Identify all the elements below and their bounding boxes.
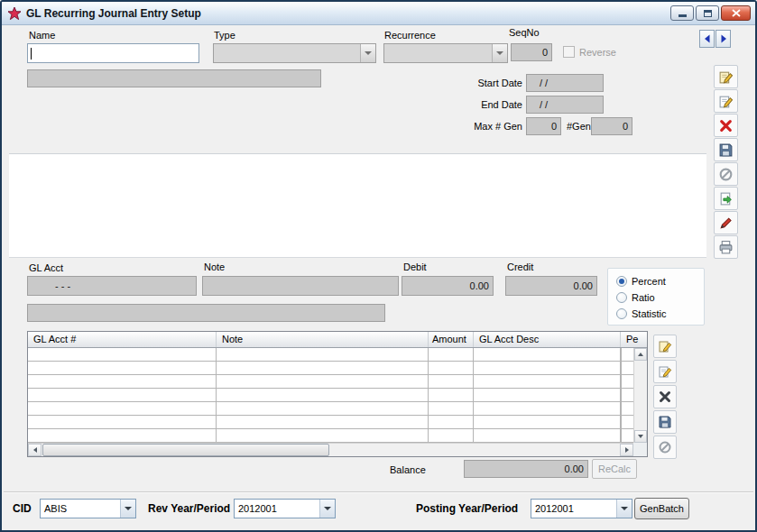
table-cell (474, 416, 621, 428)
cid-dropdown[interactable]: ABIS (40, 499, 136, 518)
add-record-button[interactable] (714, 65, 738, 88)
next-record-button[interactable] (715, 30, 731, 48)
window-controls (670, 5, 751, 21)
app-window: GL Recurring Journal Entry Setup Name Ty… (0, 0, 757, 532)
cid-value: ABIS (41, 500, 120, 518)
credit-value: 0.00 (574, 280, 593, 291)
cid-dropdown-button[interactable] (120, 500, 135, 518)
type-dropdown[interactable] (213, 43, 376, 63)
scrollbar-thumb[interactable] (42, 444, 329, 456)
type-value (214, 44, 360, 62)
gen-count-value: 0 (623, 121, 628, 132)
horizontal-scrollbar[interactable] (28, 443, 633, 456)
chevron-down-icon (125, 507, 132, 510)
genbatch-button[interactable]: GenBatch (634, 498, 689, 519)
add-row-button[interactable] (653, 335, 677, 358)
recurrence-dropdown-button[interactable] (492, 44, 507, 62)
recurrence-dropdown[interactable] (383, 43, 508, 63)
posting-year-period-value: 2012001 (531, 500, 616, 518)
radio-ratio[interactable]: Ratio (616, 289, 704, 306)
table-cell (474, 375, 621, 388)
print-button[interactable] (714, 235, 738, 259)
minimize-button[interactable] (670, 5, 694, 21)
column-header-gl-acct[interactable]: GL Acct # (28, 332, 217, 347)
table-cell (474, 389, 621, 401)
window-title: GL Recurring Journal Entry Setup (26, 7, 201, 20)
vertical-scrollbar[interactable] (633, 348, 647, 443)
table-cell (474, 348, 621, 361)
posting-year-period-dropdown[interactable]: 2012001 (531, 499, 632, 518)
table-cell (217, 416, 429, 428)
table-cell (474, 402, 621, 415)
scroll-left-button[interactable] (28, 444, 42, 456)
rev-year-period-dropdown-button[interactable] (319, 500, 335, 518)
journal-lines-grid[interactable]: GL Acct # Note Amount GL Acct Desc Pe (27, 331, 648, 457)
cancel-row-button[interactable] (653, 436, 677, 459)
reverse-checkbox[interactable] (563, 46, 575, 58)
table-cell (28, 375, 217, 388)
credit-label: Credit (507, 261, 533, 272)
sign-button[interactable] (714, 211, 738, 234)
save-record-button[interactable] (714, 138, 738, 161)
radio-percent[interactable]: Percent (616, 273, 704, 289)
save-row-button[interactable] (653, 410, 677, 434)
table-row[interactable] (28, 429, 633, 443)
cancel-icon (718, 167, 734, 182)
table-cell (28, 416, 217, 428)
recalc-button[interactable]: ReCalc (592, 459, 637, 479)
table-cell (28, 362, 217, 374)
credit-field: 0.00 (505, 276, 597, 296)
cid-label: CID (13, 502, 32, 515)
name-input[interactable] (27, 43, 199, 63)
radio-icon (616, 292, 627, 303)
add-row-icon (658, 339, 672, 353)
radio-statistic[interactable]: Statistic (616, 306, 704, 322)
chevron-down-icon (496, 51, 503, 55)
column-header-gl-acct-desc[interactable]: GL Acct Desc (474, 332, 621, 347)
column-header-note[interactable]: Note (217, 332, 429, 347)
type-dropdown-button[interactable] (360, 44, 375, 62)
column-header-amount[interactable]: Amount (429, 332, 474, 347)
detail-note-field (202, 276, 399, 296)
table-cell (621, 348, 622, 361)
scroll-down-button[interactable] (634, 430, 647, 443)
table-row[interactable] (28, 375, 633, 389)
edit-record-button[interactable] (714, 89, 738, 113)
delete-row-button[interactable] (653, 385, 677, 408)
close-button[interactable] (721, 5, 751, 21)
save-record-icon (718, 142, 734, 158)
scroll-right-button[interactable] (620, 444, 633, 456)
title-bar[interactable]: GL Recurring Journal Entry Setup (2, 2, 755, 25)
detail-note-label: Note (204, 261, 225, 272)
table-row[interactable] (28, 416, 633, 429)
cancel-button[interactable] (714, 162, 738, 186)
end-date-label: End Date (457, 99, 522, 110)
table-cell (217, 375, 429, 388)
table-cell (429, 416, 474, 428)
end-date-field: / / (526, 96, 604, 114)
recalc-button-label: ReCalc (598, 463, 631, 474)
max-gen-label: Max # Gen (449, 121, 522, 132)
table-cell (217, 348, 429, 361)
table-cell (429, 429, 474, 442)
recurrence-value (384, 44, 492, 62)
table-row[interactable] (28, 389, 633, 402)
scrollbar-corner (633, 443, 647, 456)
delete-record-button[interactable] (714, 114, 738, 137)
table-cell (28, 402, 217, 415)
posting-year-period-dropdown-button[interactable] (616, 500, 632, 518)
table-cell (621, 362, 622, 374)
close-icon (732, 9, 741, 17)
scroll-up-button[interactable] (634, 348, 647, 361)
column-header-percent[interactable]: Pe (621, 332, 647, 347)
table-row[interactable] (28, 348, 633, 362)
table-cell (621, 389, 622, 401)
rev-year-period-label: Rev Year/Period (148, 502, 230, 515)
maximize-button[interactable] (696, 5, 719, 21)
prev-record-button[interactable] (699, 30, 715, 48)
table-row[interactable] (28, 402, 633, 416)
table-row[interactable] (28, 362, 633, 375)
edit-row-button[interactable] (653, 360, 677, 383)
rev-year-period-dropdown[interactable]: 2012001 (234, 499, 336, 518)
post-button[interactable] (714, 187, 738, 210)
